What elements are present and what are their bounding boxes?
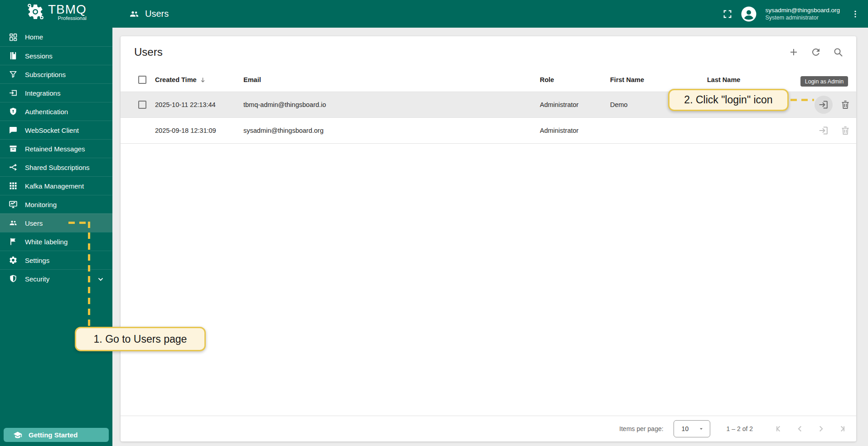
column-header-created-time[interactable]: Created Time: [155, 76, 243, 83]
cell-created-time: 2025-09-18 12:31:09: [155, 127, 243, 134]
chat-icon: [9, 126, 18, 135]
search-icon[interactable]: [829, 43, 847, 61]
login-as-admin-button[interactable]: [815, 96, 833, 114]
cell-created-time: 2025-10-11 22:13:44: [155, 101, 243, 108]
items-per-page-label: Items per page:: [619, 425, 663, 432]
sidebar-item-settings[interactable]: Settings: [0, 251, 112, 269]
user-email: sysadmin@thingsboard.org: [765, 6, 840, 14]
sidebar-item-subscriptions[interactable]: Subscriptions: [0, 65, 112, 83]
annotation-connector-vertical: [88, 222, 90, 326]
archive-icon: [9, 144, 18, 153]
tbmq-logo-icon: [26, 3, 44, 21]
sessions-icon: [9, 51, 18, 60]
avatar[interactable]: [741, 6, 757, 22]
auth-shield-icon: [9, 107, 18, 116]
filter-icon: [9, 70, 18, 79]
sidebar-item-monitoring[interactable]: Monitoring: [0, 195, 112, 213]
people-icon: [9, 218, 18, 228]
column-header-first-name[interactable]: First Name: [610, 76, 707, 83]
top-app-bar: TBMQ Professional Users s: [0, 0, 868, 28]
cell-email: tbmq-admin@thingsboard.io: [243, 101, 540, 108]
sidebar-item-home[interactable]: Home: [0, 28, 112, 46]
cell-role: Administrator: [540, 101, 610, 108]
getting-started-button[interactable]: Getting Started: [4, 428, 109, 442]
page-title-text: Users: [145, 9, 169, 19]
grid-icon: [9, 181, 18, 190]
annotation-connector-login: [790, 99, 814, 101]
more-vert-menu-button[interactable]: [849, 8, 862, 20]
dashboard-icon: [9, 33, 18, 42]
page-title: Users: [129, 0, 169, 28]
login-as-admin-button[interactable]: [815, 121, 833, 140]
monitor-icon: [9, 200, 18, 209]
last-page-button[interactable]: [833, 420, 851, 438]
row-checkbox[interactable]: [138, 101, 146, 109]
delete-user-button[interactable]: [836, 121, 854, 140]
paginator-range-label: 1 – 2 of 2: [727, 425, 753, 432]
sidebar-item-white-labeling[interactable]: White labeling: [0, 232, 112, 251]
first-page-button[interactable]: [770, 420, 788, 438]
sidebar-item-authentication[interactable]: Authentication: [0, 102, 112, 121]
paginator: Items per page: 10 1 – 2 of 2: [121, 416, 856, 441]
flag-icon: [9, 237, 18, 246]
page-size-select[interactable]: 10: [674, 420, 710, 437]
user-role: System administrator: [765, 14, 840, 22]
sidebar-item-shared-subscriptions[interactable]: Shared Subscriptions: [0, 158, 112, 176]
annotation-step2-callout: 2. Click "login" icon: [668, 89, 789, 111]
brand-logo[interactable]: TBMQ Professional: [26, 3, 87, 21]
sidebar-item-retained-messages[interactable]: Retained Messages: [0, 139, 112, 158]
brand-name: TBMQ: [48, 3, 87, 16]
annotation-connector-users: [68, 222, 90, 224]
sidebar-item-users[interactable]: Users: [0, 213, 112, 232]
fullscreen-button[interactable]: [721, 7, 734, 21]
card-title: Users: [134, 46, 785, 58]
sort-desc-arrow-icon: [199, 77, 206, 83]
column-header-last-name[interactable]: Last Name: [707, 76, 807, 83]
add-user-button[interactable]: [785, 43, 803, 61]
annotation-step1-callout: 1. Go to Users page: [75, 327, 206, 351]
select-all-checkbox[interactable]: [138, 76, 146, 84]
users-icon: [129, 9, 140, 19]
cell-email: sysadmin@thingsboard.org: [243, 127, 540, 134]
sidebar-item-kafka-management[interactable]: Kafka Management: [0, 176, 112, 195]
previous-page-button[interactable]: [791, 420, 809, 438]
input-icon: [9, 88, 18, 97]
select-caret-icon: [698, 426, 704, 431]
column-header-role[interactable]: Role: [540, 76, 610, 83]
sidebar-item-sessions[interactable]: Sessions: [0, 46, 112, 65]
column-header-email[interactable]: Email: [243, 76, 540, 83]
delete-user-button[interactable]: [836, 96, 854, 114]
split-icon: [9, 163, 18, 172]
user-info[interactable]: sysadmin@thingsboard.org System administ…: [765, 6, 840, 22]
next-page-button[interactable]: [812, 420, 830, 438]
school-icon: [13, 431, 22, 440]
security-shield-icon: [9, 274, 18, 283]
login-as-admin-tooltip: Login as Admin: [800, 76, 848, 87]
sidebar-item-websocket-client[interactable]: WebSocket Client: [0, 121, 112, 139]
refresh-button[interactable]: [807, 43, 825, 61]
brand-edition: Professional: [58, 15, 87, 21]
sidebar-item-security[interactable]: Security: [0, 269, 112, 288]
cell-role: Administrator: [540, 127, 610, 134]
sidebar-item-integrations[interactable]: Integrations: [0, 83, 112, 102]
table-row[interactable]: 2025-09-18 12:31:09 sysadmin@thingsboard…: [121, 118, 856, 144]
chevron-down-icon[interactable]: [97, 276, 104, 284]
gear-icon: [9, 256, 18, 265]
sidebar: Home Sessions Subscriptions Integrations…: [0, 28, 112, 446]
